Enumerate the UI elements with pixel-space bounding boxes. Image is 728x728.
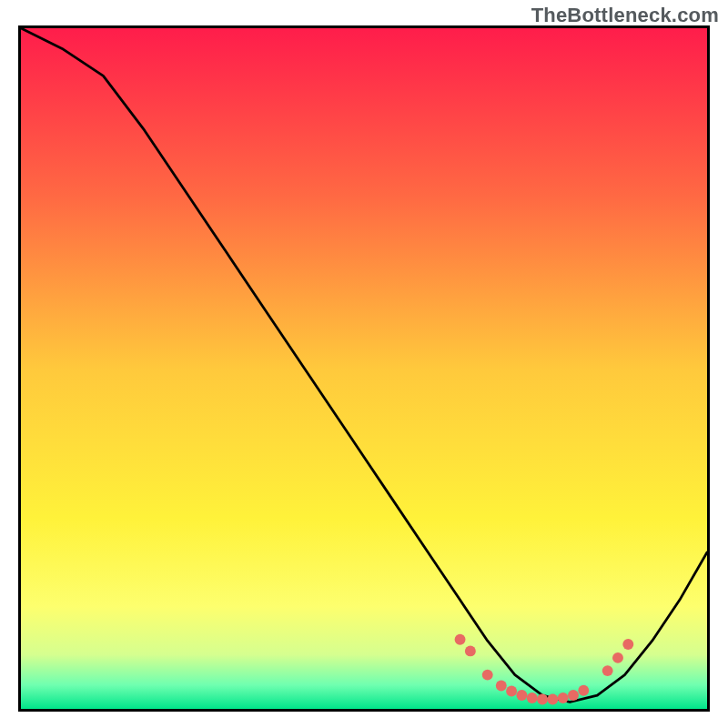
watermark-text: TheBottleneck.com [531,4,719,27]
chart-svg [21,28,707,709]
marker-dot [455,634,466,645]
marker-dot [547,694,558,705]
chart-frame: TheBottleneck.com [0,0,728,728]
gradient-background [21,28,707,709]
marker-dot [482,670,493,681]
marker-dot [558,693,569,703]
marker-dot [568,690,579,701]
plot-area [18,25,710,712]
marker-dot [516,690,527,701]
marker-dot [506,686,517,697]
marker-dot [496,681,507,692]
marker-dot [578,685,589,696]
marker-dot [465,645,476,656]
marker-dot [537,694,548,705]
marker-dot [612,652,623,663]
marker-dot [527,693,538,703]
marker-dot [622,639,633,650]
marker-dot [602,665,613,676]
